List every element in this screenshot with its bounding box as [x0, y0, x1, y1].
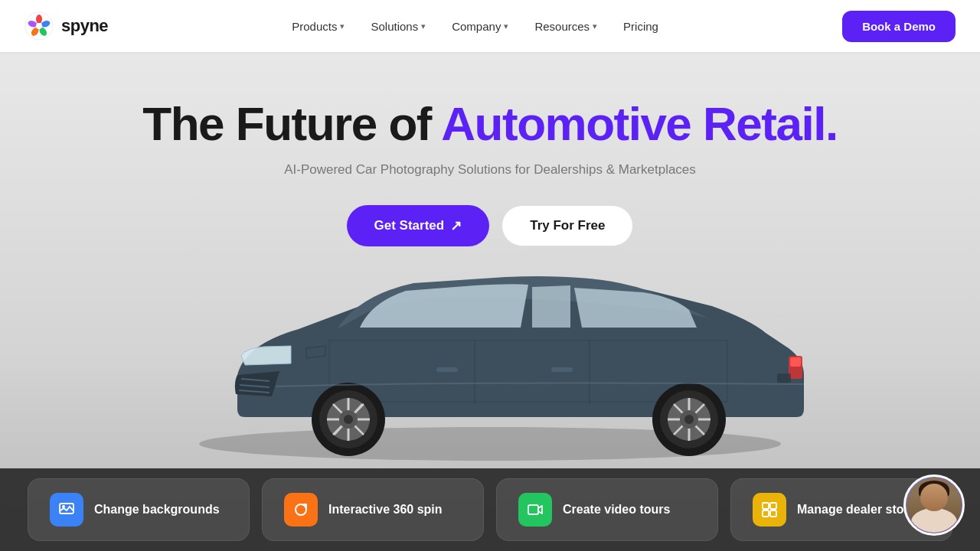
svg-rect-36 [777, 373, 791, 383]
svg-point-6 [36, 23, 42, 29]
avatar-body [911, 508, 957, 533]
svg-rect-35 [551, 367, 573, 372]
resources-chevron-icon: ▾ [593, 21, 597, 31]
feature-card-change-backgrounds[interactable]: Change backgrounds [28, 478, 250, 541]
hero-section: The Future of Automotive Retail. AI-Powe… [0, 52, 980, 551]
logo[interactable]: spyne [24, 11, 108, 41]
manage-dealer-store-icon [753, 493, 786, 527]
avatar-face [906, 478, 962, 533]
svg-point-1 [36, 15, 42, 24]
logo-text: spyne [61, 16, 108, 36]
svg-rect-39 [528, 505, 538, 514]
book-demo-button[interactable]: Book a Demo [842, 11, 956, 42]
hero-subtitle: AI-Powered Car Photography Solutions for… [284, 162, 696, 178]
nav-item-solutions[interactable]: Solutions ▾ [360, 14, 436, 39]
logo-icon [24, 11, 54, 41]
change-backgrounds-icon [50, 493, 83, 527]
products-chevron-icon: ▾ [340, 21, 345, 31]
interactive-360-icon [284, 493, 318, 527]
try-free-button[interactable]: Try For Free [501, 205, 633, 246]
company-chevron-icon: ▾ [504, 21, 508, 31]
svg-rect-41 [770, 503, 776, 509]
svg-rect-43 [770, 510, 776, 517]
arrow-icon: ↗ [450, 217, 462, 234]
svg-rect-40 [763, 503, 769, 509]
svg-point-33 [684, 415, 694, 424]
solutions-chevron-icon: ▾ [421, 21, 426, 31]
create-video-tours-label: Create video tours [563, 502, 670, 518]
chat-avatar[interactable] [903, 474, 965, 536]
svg-rect-42 [763, 510, 769, 517]
svg-rect-14 [790, 357, 801, 367]
nav-item-resources[interactable]: Resources ▾ [524, 14, 608, 39]
interactive-360-label: Interactive 360 spin [328, 502, 443, 518]
nav-item-pricing[interactable]: Pricing [612, 14, 669, 39]
hero-title: The Future of Automotive Retail. [142, 98, 837, 150]
svg-rect-34 [436, 367, 458, 372]
change-backgrounds-label: Change backgrounds [94, 502, 220, 518]
avatar-head [920, 484, 948, 511]
feature-card-interactive-360[interactable]: Interactive 360 spin [262, 478, 484, 541]
navbar: spyne Products ▾ Solutions ▾ Company ▾ R… [0, 0, 980, 52]
svg-point-24 [344, 415, 353, 424]
create-video-tours-icon [518, 493, 552, 527]
get-started-button[interactable]: Get Started ↗ [347, 205, 490, 246]
nav-item-company[interactable]: Company ▾ [441, 14, 519, 39]
svg-point-38 [62, 505, 65, 508]
nav-item-products[interactable]: Products ▾ [281, 14, 355, 39]
feature-card-create-video-tours[interactable]: Create video tours [496, 478, 718, 541]
feature-cards-bar: Change backgrounds Interactive 360 spin … [0, 468, 980, 551]
manage-dealer-store-label: Manage dealer store [797, 502, 916, 518]
nav-links: Products ▾ Solutions ▾ Company ▾ Resourc… [281, 14, 669, 39]
hero-buttons: Get Started ↗ Try For Free [347, 205, 634, 246]
